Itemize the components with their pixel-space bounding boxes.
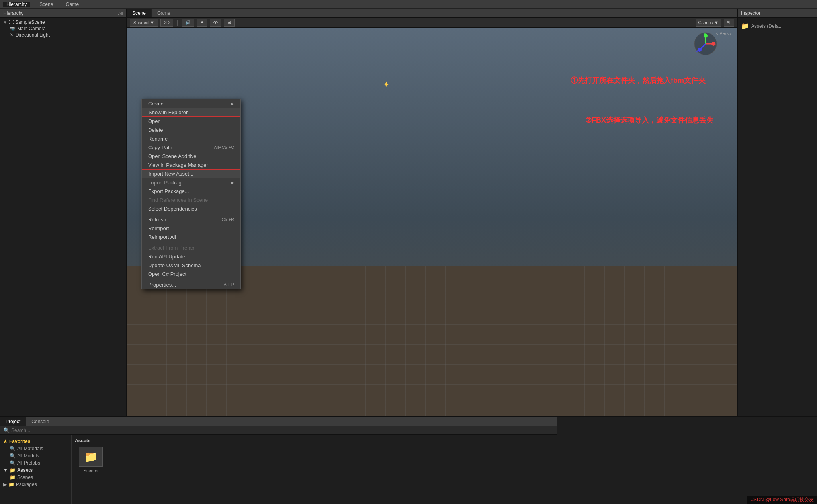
search-icon: 🔍	[3, 427, 10, 433]
effects-btn[interactable]: ✦	[197, 19, 207, 27]
project-sidebar: ★ Favorites 🔍 All Materials 🔍 All Models…	[0, 435, 72, 504]
top-bar-hierarchy[interactable]: Hierarchy	[3, 2, 30, 7]
menu-open-csharp[interactable]: Open C# Project	[142, 270, 240, 278]
shaded-dropdown[interactable]: Shaded ▼	[130, 19, 158, 27]
menu-import-package[interactable]: Import Package ▶	[142, 178, 240, 187]
hierarchy-scene[interactable]: ▼ ⛶ SampleScene	[0, 19, 126, 25]
project-main: Assets 📁 Scenes	[72, 435, 557, 504]
menu-find-references-label: Find References In Scene	[148, 197, 208, 203]
all-btn[interactable]: All	[724, 19, 734, 27]
top-bar-game[interactable]: Game	[63, 2, 82, 7]
packages-label: Packages	[16, 482, 37, 487]
menu-find-references: Find References In Scene	[142, 195, 240, 204]
menu-show-in-explorer[interactable]: Show in Explorer	[142, 108, 240, 117]
all-prefabs-label: All Prefabs	[17, 460, 40, 466]
menu-view-package-manager-label: View in Package Manager	[148, 162, 208, 168]
toolbar-divider-1	[177, 20, 178, 26]
menu-delete[interactable]: Delete	[142, 125, 240, 134]
hierarchy-all-label[interactable]: All	[118, 11, 123, 16]
all-materials-label: All Materials	[17, 446, 43, 451]
menu-update-uxml-label: Update UXML Schema	[148, 262, 201, 268]
hierarchy-directional-light[interactable]: ☀ Directional Light	[0, 32, 126, 38]
menu-reimport-all[interactable]: Reimport All	[142, 232, 240, 241]
sidebar-scenes[interactable]: 📁 Scenes	[0, 474, 71, 481]
project-panel: Project Console 🔍 ★ Favorites 🔍 All Mate…	[0, 417, 557, 504]
scene-toolbar: Shaded ▼ 2D 🔊 ✦ 👁 ⊞ Gizmos ▼ All	[127, 18, 737, 28]
menu-open[interactable]: Open	[142, 117, 240, 125]
menu-show-in-explorer-label: Show in Explorer	[149, 109, 188, 115]
menu-create[interactable]: Create ▶	[142, 99, 240, 108]
scenes-folder-icon: 📁	[10, 475, 16, 480]
tab-console[interactable]: Console	[26, 417, 55, 426]
grid-btn[interactable]: ⊞	[224, 19, 235, 27]
assets-main-label: Assets	[17, 467, 33, 473]
all-models-label: All Models	[17, 453, 39, 459]
sidebar-all-materials[interactable]: 🔍 All Materials	[0, 445, 71, 452]
menu-open-scene-additive-label: Open Scene Additive	[148, 153, 196, 159]
hierarchy-title: Hierarchy	[3, 10, 23, 16]
sidebar-assets[interactable]: ▼ 📁 Assets	[0, 467, 71, 474]
packages-arrow: ▶	[3, 482, 7, 487]
context-menu: Create ▶ Show in Explorer Open Delete Re…	[141, 99, 241, 289]
tab-scene[interactable]: Scene	[127, 9, 152, 17]
menu-reimport-label: Reimport	[148, 225, 169, 231]
gizmos-btn[interactable]: Gizmos ▼	[696, 19, 721, 27]
menu-import-new-asset-label: Import New Asset...	[149, 171, 194, 177]
menu-export-package[interactable]: Export Package...	[142, 187, 240, 195]
menu-properties[interactable]: Properties... Alt+P	[142, 280, 240, 289]
packages-folder-icon: 📁	[8, 482, 14, 487]
menu-sep-1	[142, 214, 240, 214]
menu-select-dependencies[interactable]: Select Dependencies	[142, 204, 240, 213]
shaded-arrow: ▼	[150, 20, 154, 25]
top-bar-scene[interactable]: Scene	[36, 2, 56, 7]
menu-copy-path[interactable]: Copy Path Alt+Ctrl+C	[142, 143, 240, 152]
scene-icon: ⛶	[9, 20, 14, 25]
scenes-folder-big-icon: 📁	[79, 447, 103, 467]
assets-folder-icon2: 📁	[10, 467, 16, 473]
audio-btn[interactable]: 🔊	[182, 19, 194, 27]
scenes-label: Scenes	[17, 475, 33, 480]
search-icon-sm: 🔍	[10, 446, 16, 451]
menu-import-package-arrow: ▶	[231, 180, 234, 185]
tab-project[interactable]: Project	[0, 417, 26, 426]
assets-default-item: 📁 Assets (Defa...	[741, 21, 814, 31]
menu-refresh[interactable]: Refresh Ctrl+R	[142, 215, 240, 224]
annotation-1: ①先打开所在文件夹，然后拖入fbm文件夹	[571, 76, 706, 85]
menu-export-package-label: Export Package...	[148, 188, 189, 194]
menu-reimport[interactable]: Reimport	[142, 224, 240, 232]
menu-create-arrow: ▶	[231, 102, 234, 106]
scenes-asset-folder[interactable]: 📁 Scenes	[75, 447, 107, 473]
sidebar-favorites[interactable]: ★ Favorites	[0, 438, 71, 445]
assets-breadcrumb: Assets	[75, 438, 554, 443]
svg-text:X: X	[714, 43, 717, 46]
sidebar-all-prefabs[interactable]: 🔍 All Prefabs	[0, 459, 71, 467]
hidden-btn[interactable]: 👁	[210, 19, 221, 27]
menu-extract-from-prefab-label: Extract From Prefab	[148, 245, 194, 251]
menu-refresh-label: Refresh	[148, 217, 166, 223]
2d-toggle[interactable]: 2D	[160, 19, 173, 27]
camera-icon: 📷	[10, 26, 16, 31]
menu-update-uxml[interactable]: Update UXML Schema	[142, 261, 240, 270]
hierarchy-header: Hierarchy All	[0, 9, 126, 18]
menu-import-new-asset[interactable]: Import New Asset...	[142, 169, 240, 178]
menu-open-csharp-label: Open C# Project	[148, 271, 186, 277]
sun-icon: ✦	[383, 80, 390, 89]
menu-open-scene-additive[interactable]: Open Scene Additive	[142, 152, 240, 160]
sidebar-all-models[interactable]: 🔍 All Models	[0, 452, 71, 459]
svg-text:Y: Y	[704, 32, 706, 36]
menu-view-package-manager[interactable]: View in Package Manager	[142, 160, 240, 169]
hierarchy-main-camera[interactable]: 📷 Main Camera	[0, 25, 126, 32]
assets-arrow: ▼	[3, 467, 8, 473]
scene-name: SampleScene	[15, 20, 45, 25]
directional-light-label: Directional Light	[16, 32, 50, 38]
annotation-2: ②FBX选择选项导入，避免文件信息丢失	[585, 115, 713, 125]
project-body: ★ Favorites 🔍 All Materials 🔍 All Models…	[0, 435, 557, 504]
sidebar-packages[interactable]: ▶ 📁 Packages	[0, 481, 71, 488]
menu-rename[interactable]: Rename	[142, 134, 240, 143]
menu-extract-from-prefab: Extract From Prefab	[142, 243, 240, 252]
toolbar-right: Gizmos ▼ All	[696, 19, 734, 27]
tab-game[interactable]: Game	[152, 9, 176, 17]
menu-run-api-updater[interactable]: Run API Updater...	[142, 252, 240, 261]
assets-folder-icon: 📁	[741, 22, 749, 30]
search-input[interactable]	[11, 428, 554, 433]
